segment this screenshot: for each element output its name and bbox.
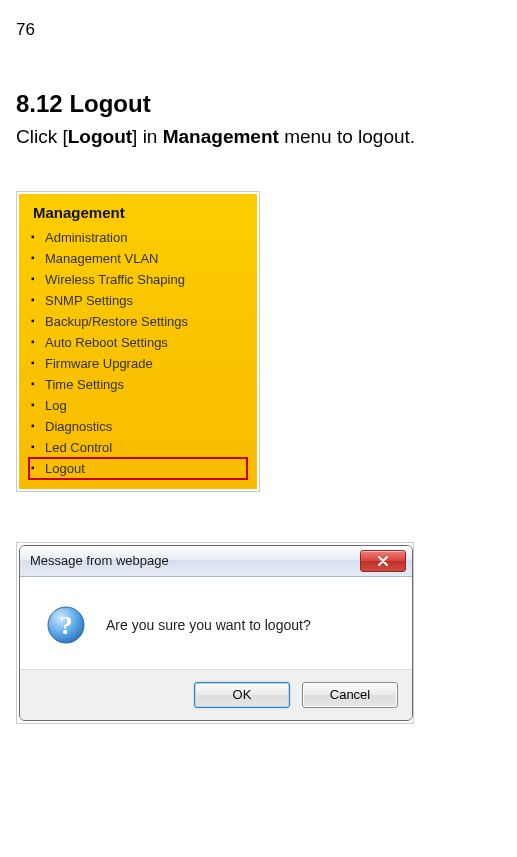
svg-text:?: ?: [60, 611, 73, 640]
bullet-icon: ▪: [31, 337, 37, 347]
sidebar-item-label: Time Settings: [45, 377, 124, 392]
sidebar-item-logout[interactable]: ▪ Logout: [29, 458, 247, 479]
bullet-icon: ▪: [31, 274, 37, 284]
ok-button[interactable]: OK: [194, 682, 290, 708]
management-heading: Management: [29, 202, 247, 227]
section-title: 8.12 Logout: [16, 90, 501, 118]
sidebar-item-label: Management VLAN: [45, 251, 158, 266]
bullet-icon: ▪: [31, 442, 37, 452]
dialog-title: Message from webpage: [30, 553, 169, 568]
bullet-icon: ▪: [31, 316, 37, 326]
management-menu-figure: Management ▪ Administration ▪ Management…: [16, 191, 260, 492]
cancel-button[interactable]: Cancel: [302, 682, 398, 708]
instr-bold-management: Management: [163, 126, 279, 147]
bullet-icon: ▪: [31, 253, 37, 263]
instr-pre: Click [: [16, 126, 68, 147]
close-icon: [377, 556, 389, 566]
page-number: 76: [16, 20, 501, 40]
sidebar-item-administration[interactable]: ▪ Administration: [29, 227, 247, 248]
sidebar-item-label: SNMP Settings: [45, 293, 133, 308]
question-icon: ?: [46, 605, 86, 645]
management-list: ▪ Administration ▪ Management VLAN ▪ Wir…: [29, 227, 247, 479]
sidebar-item-label: Backup/Restore Settings: [45, 314, 188, 329]
dialog-titlebar: Message from webpage: [20, 546, 412, 577]
bullet-icon: ▪: [31, 295, 37, 305]
bullet-icon: ▪: [31, 232, 37, 242]
bullet-icon: ▪: [31, 421, 37, 431]
sidebar-item-label: Administration: [45, 230, 127, 245]
message-dialog: Message from webpage: [19, 545, 413, 721]
dialog-message: Are you sure you want to logout?: [106, 617, 311, 633]
instr-post: menu to logout.: [279, 126, 415, 147]
sidebar-item-backup-restore-settings[interactable]: ▪ Backup/Restore Settings: [29, 311, 247, 332]
sidebar-item-management-vlan[interactable]: ▪ Management VLAN: [29, 248, 247, 269]
sidebar-item-led-control[interactable]: ▪ Led Control: [29, 437, 247, 458]
sidebar-item-label: Wireless Traffic Shaping: [45, 272, 185, 287]
instr-mid: ] in: [132, 126, 163, 147]
sidebar-item-firmware-upgrade[interactable]: ▪ Firmware Upgrade: [29, 353, 247, 374]
instr-bold-logout: Logout: [68, 126, 132, 147]
dialog-body: ? Are you sure you want to logout?: [20, 577, 412, 669]
bullet-icon: ▪: [31, 463, 37, 473]
dialog-button-row: OK Cancel: [20, 669, 412, 720]
dialog-figure: Message from webpage: [16, 542, 414, 724]
sidebar-item-label: Firmware Upgrade: [45, 356, 153, 371]
management-panel: Management ▪ Administration ▪ Management…: [19, 194, 257, 489]
close-button[interactable]: [360, 550, 406, 572]
sidebar-item-log[interactable]: ▪ Log: [29, 395, 247, 416]
sidebar-item-label: Diagnostics: [45, 419, 112, 434]
bullet-icon: ▪: [31, 379, 37, 389]
sidebar-item-time-settings[interactable]: ▪ Time Settings: [29, 374, 247, 395]
sidebar-item-wireless-traffic-shaping[interactable]: ▪ Wireless Traffic Shaping: [29, 269, 247, 290]
sidebar-item-label: Logout: [45, 461, 85, 476]
sidebar-item-diagnostics[interactable]: ▪ Diagnostics: [29, 416, 247, 437]
sidebar-item-label: Log: [45, 398, 67, 413]
sidebar-item-snmp-settings[interactable]: ▪ SNMP Settings: [29, 290, 247, 311]
sidebar-item-label: Auto Reboot Settings: [45, 335, 168, 350]
instruction-text: Click [Logout] in Management menu to log…: [16, 124, 501, 151]
sidebar-item-auto-reboot-settings[interactable]: ▪ Auto Reboot Settings: [29, 332, 247, 353]
sidebar-item-label: Led Control: [45, 440, 112, 455]
bullet-icon: ▪: [31, 400, 37, 410]
bullet-icon: ▪: [31, 358, 37, 368]
